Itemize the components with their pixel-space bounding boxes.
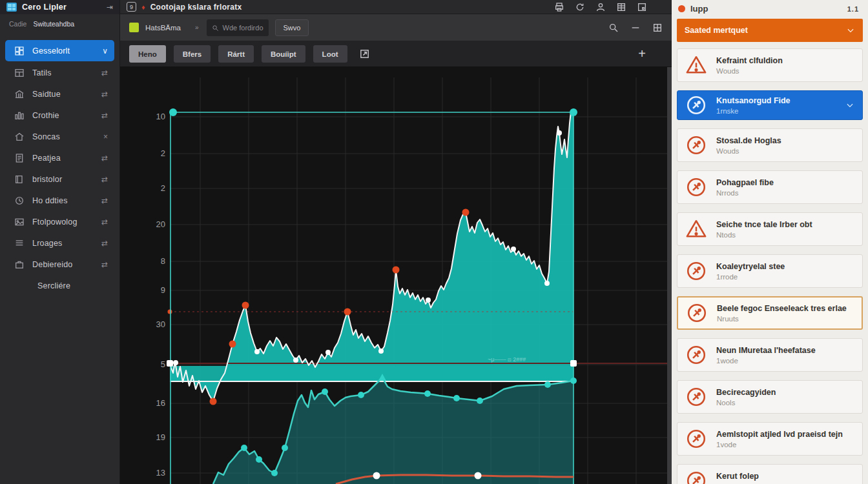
swap-arrows-icon[interactable]: ⇄ bbox=[101, 111, 108, 120]
alert-card[interactable]: Beele fegoc Enseeleack tres erlaeNruuts bbox=[677, 296, 863, 330]
refresh-icon[interactable] bbox=[575, 2, 585, 12]
market-select-dropdown[interactable]: Saated mertquet bbox=[677, 19, 863, 42]
svg-text:5: 5 bbox=[161, 359, 165, 369]
tab-r-rtt[interactable]: Rártt bbox=[218, 45, 254, 63]
main-toolbar: HatsBÄma » Wde fordirdo Swvo bbox=[120, 14, 672, 41]
home-icon bbox=[14, 132, 25, 142]
titlebar-icon-group bbox=[554, 2, 665, 12]
alert-card-text: Seiche tnce tale Irber obtNtods bbox=[716, 220, 854, 239]
sidebar-item-label: bristolor bbox=[32, 175, 94, 184]
swap-arrows-icon[interactable]: ⇄ bbox=[101, 154, 108, 163]
alert-card[interactable]: Aemlstopit atjled Ivd praeisd tejn1vode bbox=[677, 422, 863, 456]
sidebar-item-label: Gesselorlt bbox=[32, 46, 94, 55]
dashboard-icon bbox=[14, 46, 25, 56]
sidebar-item-bristolor[interactable]: bristolor⇄ bbox=[5, 170, 114, 189]
alert-title: Seiche tnce tale Irber obt bbox=[716, 220, 854, 229]
sidebar-item-peatjea[interactable]: Peatjea⇄ bbox=[5, 148, 114, 168]
alert-card[interactable]: Knutsanorgud Fide1rnske bbox=[677, 90, 863, 120]
alert-subtitle: Wouds bbox=[716, 147, 854, 155]
table-icon bbox=[14, 68, 25, 78]
alert-title: Kefraint clfuldion bbox=[716, 56, 854, 65]
alert-card[interactable]: BecirecagyidenNools bbox=[677, 380, 863, 414]
sidebar-item-label: Tatils bbox=[32, 68, 94, 77]
swap-arrows-icon[interactable]: ⇄ bbox=[101, 239, 108, 248]
swap-arrows-icon[interactable]: ⇄ bbox=[101, 217, 108, 227]
document-title: Cootojap kslara frloratx bbox=[150, 3, 549, 12]
circle-x-icon bbox=[685, 176, 707, 198]
tab-bou-ipt[interactable]: Bouíipt bbox=[262, 45, 305, 63]
tab-heno[interactable]: Heno bbox=[129, 45, 166, 63]
search-icon[interactable] bbox=[608, 23, 619, 33]
alert-card-text: Beele fegoc Enseeleack tres erlaeNruuts bbox=[717, 304, 854, 323]
sidebar-item-crothie[interactable]: Crothie⇄ bbox=[5, 106, 114, 125]
swap-arrows-icon[interactable]: ⇄ bbox=[101, 90, 108, 99]
main-scrollbar[interactable] bbox=[667, 67, 672, 484]
alert-card[interactable]: Stosal.de HoglasWouds bbox=[677, 128, 863, 162]
status-dot-icon bbox=[678, 5, 685, 12]
alert-card[interactable]: Kerut folep1vode bbox=[677, 464, 863, 484]
sidebar-item-label: Ftolpowolog bbox=[32, 217, 94, 227]
alert-card[interactable]: Pohagpael fibeNrrods bbox=[677, 170, 863, 204]
sidebar-item-gesselorlt[interactable]: Gesselorlt∨ bbox=[5, 40, 114, 61]
alert-card[interactable]: Koaleytryelal stee1rrode bbox=[677, 254, 863, 288]
alert-card-text: Koaleytryelal stee1rrode bbox=[716, 262, 854, 281]
sidebar-item-ftolpowolog[interactable]: Ftolpowolog⇄ bbox=[5, 212, 114, 232]
swap-arrows-icon[interactable]: ⇄ bbox=[101, 68, 108, 77]
sidebar-item-label: Saidtue bbox=[32, 90, 94, 99]
sidebar-item-lroages[interactable]: Lroages⇄ bbox=[5, 234, 114, 253]
alert-subtitle: Ntods bbox=[716, 231, 854, 239]
sidebar-item-label: Lroages bbox=[32, 239, 94, 248]
alert-title: Stosal.de Hoglas bbox=[716, 136, 854, 145]
search-icon bbox=[212, 23, 219, 32]
user-icon[interactable] bbox=[595, 2, 606, 12]
document-titlebar: 9 ♦ Cootojap kslara frloratx bbox=[120, 0, 672, 14]
sidebar-item-debiereido[interactable]: Debiereido⇄ bbox=[5, 255, 114, 274]
tab-loot[interactable]: Loot bbox=[313, 45, 347, 63]
sidebar-collapse-icon[interactable]: ⇥ bbox=[107, 3, 113, 12]
frame-icon[interactable] bbox=[637, 2, 647, 12]
svg-text:30: 30 bbox=[156, 319, 165, 329]
alert-subtitle: 1rrode bbox=[716, 273, 854, 281]
alert-title: Aemlstopit atjled Ivd praeisd tejn bbox=[716, 430, 854, 439]
tab-bfers[interactable]: Bfers bbox=[174, 45, 211, 63]
sidebar-item-sercli-re[interactable]: Sercliére bbox=[5, 276, 114, 296]
svg-text:~μ⎯⎯⎯⎯ ⊡ 2###: ~μ⎯⎯⎯⎯ ⊡ 2### bbox=[488, 356, 526, 363]
external-link-icon[interactable] bbox=[359, 48, 370, 59]
swap-arrows-icon[interactable]: ⇄ bbox=[101, 196, 108, 205]
svg-text:9: 9 bbox=[161, 285, 165, 295]
alert-subtitle: 1vode bbox=[716, 441, 854, 449]
sidebar-item-soncas[interactable]: Soncas× bbox=[5, 127, 114, 146]
swap-arrows-icon[interactable]: ⇄ bbox=[101, 260, 108, 269]
alert-card-text: Stosal.de HoglasWouds bbox=[716, 136, 854, 155]
grid-icon[interactable] bbox=[652, 23, 663, 33]
minus-icon[interactable] bbox=[630, 23, 641, 33]
price-chart[interactable]: ~μ⎯⎯⎯⎯ ⊡ 2###10222089305161913 bbox=[120, 67, 672, 484]
save-button[interactable]: Swvo bbox=[275, 19, 309, 36]
alert-card[interactable]: Neun IMuretaa l'heefatase1wode bbox=[677, 338, 863, 372]
sidebar-item-saidtue[interactable]: Saidtue⇄ bbox=[5, 85, 114, 104]
add-tab-button[interactable]: + bbox=[638, 46, 646, 61]
swap-arrows-icon[interactable]: ⇄ bbox=[101, 175, 108, 184]
grid-table-icon[interactable] bbox=[616, 2, 626, 12]
image-icon bbox=[14, 217, 25, 227]
warning-icon bbox=[685, 218, 707, 240]
sidebar-item-ho-ddties[interactable]: Ho ddties⇄ bbox=[5, 191, 114, 210]
color-swatch[interactable] bbox=[129, 23, 139, 32]
chart-canvas: ~μ⎯⎯⎯⎯ ⊡ 2###10222089305161913 bbox=[120, 67, 672, 484]
close-icon[interactable]: × bbox=[103, 132, 108, 141]
search-input[interactable]: Wde fordirdo bbox=[207, 19, 269, 36]
search-placeholder: Wde fordirdo bbox=[223, 24, 264, 32]
svg-text:16: 16 bbox=[156, 398, 165, 408]
circle-x-icon bbox=[685, 428, 707, 450]
sidebar-item-tatils[interactable]: Tatils⇄ bbox=[5, 63, 114, 83]
sidebar-sub-right[interactable]: Swituteahdba bbox=[33, 20, 74, 28]
alert-card[interactable]: Kefraint clfuldionWouds bbox=[677, 48, 863, 82]
chevron-down-icon[interactable]: ∨ bbox=[102, 46, 108, 55]
alert-card[interactable]: Seiche tnce tale Irber obtNtods bbox=[677, 212, 863, 246]
sidebar-item-label: Sercliére bbox=[37, 281, 108, 290]
alert-title: Becirecagyiden bbox=[716, 388, 854, 397]
sidebar-nav-list: Gesselorlt∨Tatils⇄Saidtue⇄Crothie⇄Soncas… bbox=[0, 34, 119, 301]
printer-icon[interactable] bbox=[554, 2, 564, 12]
alert-card-text: BecirecagyidenNools bbox=[716, 388, 854, 407]
warning-icon bbox=[685, 54, 707, 76]
